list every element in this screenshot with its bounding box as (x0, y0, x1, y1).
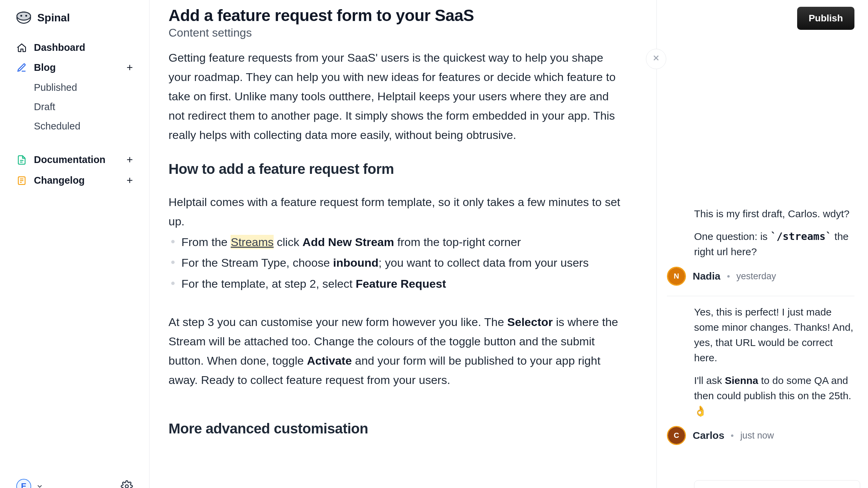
publish-button[interactable]: Publish (797, 7, 854, 30)
comment-author: Carlos (693, 430, 724, 441)
sidebar-item-changelog[interactable]: Changelog + (7, 170, 142, 191)
nav-label-blog: Blog (34, 62, 56, 73)
heading-how-to[interactable]: How to add a feature request form (169, 157, 624, 181)
document-title[interactable]: Add a feature request form to your SaaS (169, 6, 624, 25)
nav-label-changelog: Changelog (34, 175, 85, 186)
document-subtitle[interactable]: Content settings (169, 26, 624, 39)
user-menu[interactable]: E (16, 479, 43, 488)
spinal-logo-icon (16, 10, 31, 25)
list-item[interactable]: For the Stream Type, choose inbound; you… (169, 253, 624, 272)
avatar: C (667, 426, 686, 445)
paragraph-template[interactable]: Helptail comes with a feature request fo… (169, 192, 624, 231)
editor-main: Add a feature request form to your SaaS … (150, 0, 656, 488)
chevron-down-icon (36, 483, 43, 488)
dot-separator (731, 434, 733, 437)
intro-paragraph[interactable]: Getting feature requests from your SaaS'… (169, 48, 624, 145)
avatar: N (667, 267, 686, 286)
comment-text: This is my first draft, Carlos. wdyt? (694, 206, 854, 221)
comment-text: One question: is `/streams` the right ur… (694, 229, 854, 259)
heading-advanced[interactable]: More advanced customisation (169, 417, 624, 441)
nav-label-dashboard: Dashboard (34, 42, 85, 53)
nav-label-documentation: Documentation (34, 154, 105, 165)
comment-text: I'll ask Sienna to do some QA and then c… (694, 373, 854, 419)
document-body[interactable]: Getting feature requests from your SaaS'… (169, 48, 624, 441)
svg-point-1 (17, 12, 31, 20)
comment-author: Nadia (693, 270, 721, 282)
close-panel-button[interactable] (646, 49, 666, 69)
gear-icon (121, 480, 133, 488)
sidebar-subitem-scheduled[interactable]: Scheduled (7, 117, 142, 136)
sidebar-subitem-published[interactable]: Published (7, 78, 142, 97)
streams-link[interactable]: Streams (231, 235, 274, 249)
list-item[interactable]: From the Streams click Add New Stream fr… (169, 232, 624, 252)
comment-text: Yes, this is perfect! I just made some m… (694, 304, 854, 365)
sidebar-subitem-draft[interactable]: Draft (7, 97, 142, 117)
sidebar-item-dashboard[interactable]: Dashboard (7, 38, 142, 57)
comment-input[interactable] (694, 480, 860, 488)
brand-name: Spinal (37, 12, 70, 24)
plus-icon[interactable]: + (126, 174, 133, 187)
home-icon (16, 42, 27, 53)
svg-point-2 (20, 15, 22, 17)
list-item[interactable]: For the template, at step 2, select Feat… (169, 274, 624, 293)
dot-separator (727, 275, 730, 278)
document-icon (16, 155, 27, 165)
edit-icon (16, 62, 27, 73)
sidebar-item-documentation[interactable]: Documentation + (7, 149, 142, 170)
brand[interactable]: Spinal (7, 10, 142, 38)
sidebar-item-blog[interactable]: Blog + (7, 57, 142, 78)
user-avatar: E (16, 479, 31, 488)
paragraph-step3[interactable]: At step 3 you can customise your new for… (169, 312, 624, 390)
plus-icon[interactable]: + (126, 61, 133, 74)
comment: Yes, this is perfect! I just made some m… (667, 304, 854, 455)
comments-panel: Publish This is my first draft, Carlos. … (657, 0, 868, 488)
sidebar: Spinal Dashboard Blog (0, 0, 149, 488)
steps-list[interactable]: From the Streams click Add New Stream fr… (169, 232, 624, 293)
comment-time: just now (740, 430, 774, 441)
svg-point-10 (125, 485, 129, 488)
comment: This is my first draft, Carlos. wdyt? On… (667, 206, 854, 296)
plus-icon[interactable]: + (126, 154, 133, 166)
svg-point-3 (25, 15, 27, 17)
comment-time: yesterday (736, 271, 776, 282)
settings-button[interactable] (121, 480, 133, 488)
close-icon (652, 53, 660, 65)
changelog-icon (16, 175, 27, 186)
